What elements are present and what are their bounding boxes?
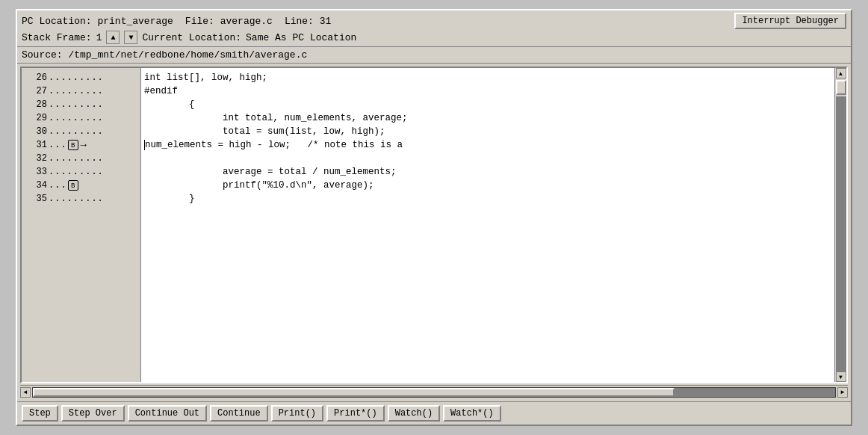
- scroll-up-arrow[interactable]: ▲: [836, 68, 846, 78]
- code-line-29: int total, num_elements, average;: [144, 111, 831, 125]
- line-32: 32 .........: [23, 152, 139, 165]
- code-line-27: #endif: [144, 84, 831, 98]
- info-left: PC Location: print_average File: average…: [22, 16, 331, 27]
- stack-frame-label: Stack Frame:: [22, 32, 92, 43]
- code-line-28: {: [144, 98, 831, 111]
- line-29: 29 .........: [23, 111, 139, 125]
- pc-value: print_average: [97, 16, 173, 27]
- line-27: 27 .........: [23, 84, 139, 98]
- step-over-button[interactable]: Step Over: [61, 405, 125, 422]
- pc-arrow-icon: →: [81, 139, 87, 151]
- file-label: File: average.c: [185, 16, 273, 27]
- code-line-32: [144, 152, 831, 165]
- scroll-down-arrow[interactable]: ▼: [836, 371, 846, 382]
- current-location-value: Same As PC Location: [246, 32, 356, 43]
- stack-up-button[interactable]: ▲: [106, 31, 120, 44]
- info-row1: PC Location: print_average File: average…: [22, 13, 846, 29]
- horizontal-scrollbar[interactable]: [32, 387, 836, 398]
- print-button[interactable]: Print(): [271, 405, 323, 422]
- source-area: 26 ......... 27 ......... 28 ......... 2…: [17, 64, 851, 401]
- info-bar: PC Location: print_average File: average…: [17, 10, 851, 47]
- scroll-left-arrow[interactable]: ◄: [20, 387, 31, 398]
- code-line-31: num_elements = high - low; /* note this …: [144, 138, 831, 152]
- horizontal-scrollbar-area: ◄ ►: [20, 385, 848, 398]
- pc-location-label: PC Location: print_average: [22, 16, 173, 27]
- continue-button[interactable]: Continue: [210, 405, 268, 422]
- line-34: 34 ... B: [23, 179, 139, 192]
- line-31: 31 ... B →: [23, 138, 139, 152]
- line-30: 30 .........: [23, 125, 139, 138]
- step-button[interactable]: Step: [22, 405, 58, 422]
- code-line-30: total = sum(list, low, high);: [144, 125, 831, 138]
- code-area[interactable]: int list[], low, high; #endif { int tota…: [141, 68, 834, 382]
- stack-frame-value: 1: [96, 32, 102, 43]
- scroll-thumb-v[interactable]: [836, 80, 846, 95]
- interrupt-debugger-button[interactable]: Interrupt Debugger: [734, 13, 846, 29]
- info-row2: Stack Frame: 1 ▲ ▼ Current Location: Sam…: [22, 31, 846, 44]
- current-location-label: Current Location:: [142, 32, 241, 43]
- code-line-26: int list[], low, high;: [144, 71, 831, 84]
- breakpoint-icon-34: B: [68, 180, 78, 191]
- code-container: 26 ......... 27 ......... 28 ......... 2…: [20, 67, 848, 383]
- line-28: 28 .........: [23, 98, 139, 111]
- file-value: average.c: [220, 16, 273, 27]
- source-header: Source: /tmp_mnt/net/redbone/home/smith/…: [17, 47, 851, 64]
- line-numbers-panel: 26 ......... 27 ......... 28 ......... 2…: [22, 68, 141, 382]
- source-path: Source: /tmp_mnt/net/redbone/home/smith/…: [22, 49, 307, 61]
- scroll-right-arrow[interactable]: ►: [837, 387, 848, 398]
- code-line-35: }: [144, 192, 831, 206]
- line-35: 35 .........: [23, 192, 139, 206]
- code-line-33: average = total / num_elements;: [144, 165, 831, 179]
- scroll-thumb-h[interactable]: [33, 388, 675, 397]
- line-value: 31: [320, 16, 332, 27]
- print-star-button[interactable]: Print*(): [326, 405, 385, 422]
- button-bar: Step Step Over Continue Out Continue Pri…: [17, 401, 851, 425]
- continue-out-button[interactable]: Continue Out: [128, 405, 207, 422]
- line-26: 26 .........: [23, 71, 139, 84]
- line-label: Line: 31: [285, 16, 331, 27]
- breakpoint-icon-31: B: [68, 140, 78, 150]
- watch-star-button[interactable]: Watch*(): [443, 405, 501, 422]
- code-line-34: printf("%10.d\n", average);: [144, 179, 831, 192]
- debugger-window: PC Location: print_average File: average…: [16, 9, 852, 426]
- stack-down-button[interactable]: ▼: [124, 31, 137, 44]
- line-33: 33 .........: [23, 165, 139, 179]
- watch-button[interactable]: Watch(): [388, 405, 440, 422]
- vertical-scrollbar[interactable]: ▲ ▼: [834, 68, 846, 382]
